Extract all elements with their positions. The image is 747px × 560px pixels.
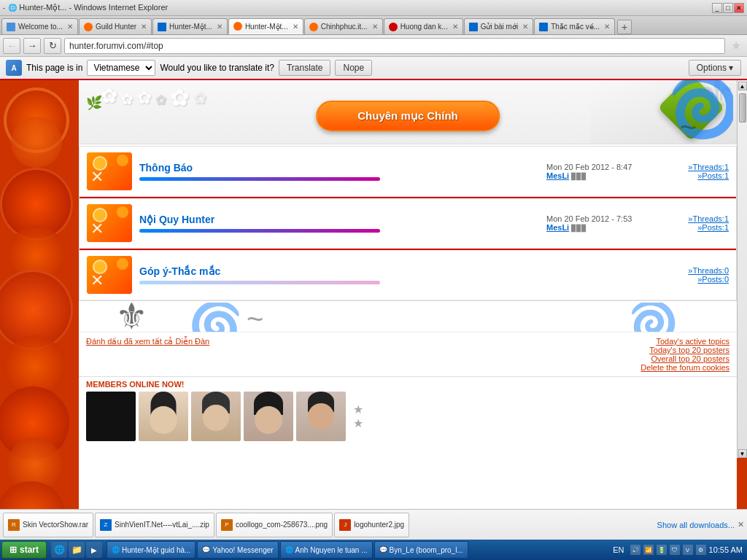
taskbar-item-hunter[interactable]: 🌐 Hunter-Một guid hà...: [107, 541, 196, 559]
tab-thac-mac[interactable]: Thắc mắc về... ✕: [534, 18, 615, 34]
taskbar-system-icons: 🌐 📁 ▶: [48, 542, 105, 558]
tab-close-tm[interactable]: ✕: [604, 23, 610, 31]
delete-cookies-link[interactable]: Delete the forum cookies: [640, 363, 729, 372]
minimize-button[interactable]: _: [712, 3, 722, 13]
forum-icon: ✕: [87, 256, 132, 294]
tab-close-guild[interactable]: ✕: [141, 23, 147, 31]
maximize-button[interactable]: □: [723, 3, 733, 13]
window-buttons[interactable]: _ □ ✕: [712, 3, 744, 13]
language-indicator[interactable]: EN: [610, 545, 627, 554]
tab-close-cp[interactable]: ✕: [372, 23, 378, 31]
forum-header: ⚜ ✿ ✿ ✿ ✿ ✿ ✿ 🌿 🌀: [79, 80, 737, 144]
tab-close-welcome[interactable]: ✕: [67, 23, 73, 31]
tab-favicon: [7, 23, 15, 31]
download-item-1[interactable]: R Skin VectorShow.rar: [3, 513, 93, 537]
members-section: MEMBERS ONLINE NOW!: [79, 376, 737, 446]
tab-hunter1[interactable]: Hunter-Một... ✕: [152, 18, 228, 34]
scroll-down-button[interactable]: ▼: [738, 449, 747, 458]
download-item-3[interactable]: P coollogo_com-258673....png: [216, 513, 333, 537]
folder-icon[interactable]: 📁: [69, 542, 85, 558]
forward-button[interactable]: →: [23, 38, 41, 54]
translate-question: Would you like to translate it?: [160, 63, 274, 73]
download-item-2[interactable]: Z SinhVienIT.Net----vtLai_....zip: [95, 513, 214, 537]
forum-stats-gop-y: »Threads:0 »Posts:0: [670, 266, 729, 284]
forum-progress-bar: [139, 177, 380, 181]
tab-guild-hunter[interactable]: Guild Hunter ✕: [79, 18, 152, 34]
tab-close-h2[interactable]: ✕: [293, 23, 298, 31]
forum-container: ⚜ ✿ ✿ ✿ ✿ ✿ ✿ 🌿 🌀: [79, 80, 737, 509]
start-button[interactable]: ⊞ start: [1, 541, 47, 559]
threads-link[interactable]: »Threads:1: [688, 214, 729, 223]
language-select[interactable]: Vietnamese English French: [87, 60, 155, 76]
posts-link[interactable]: »Posts:0: [697, 275, 729, 284]
tab-close-hd[interactable]: ✕: [452, 23, 458, 31]
scroll-thumb[interactable]: [739, 93, 746, 122]
back-button[interactable]: ←: [3, 38, 20, 54]
translate-button[interactable]: Translate: [279, 60, 331, 76]
taskbar-item-yahoo[interactable]: 💬 Yahoo! Messenger: [197, 541, 278, 559]
mark-all-read-link[interactable]: Đánh dấu đã xem tất cả Diễn Đàn: [86, 337, 209, 346]
download-icon-2: Z: [100, 519, 112, 531]
forum-last-post-user[interactable]: MesLi: [546, 171, 569, 180]
forum-table: ✕ Thông Báo Mon 20 Feb 2012 - 8:47 MesLi…: [79, 146, 737, 301]
posts-link[interactable]: »Posts:1: [697, 223, 729, 232]
main-menu-button[interactable]: Chuyên mục Chính: [316, 101, 500, 131]
tab-label: Gửi bài mới: [481, 23, 518, 31]
favorite-star[interactable]: ★: [728, 39, 744, 52]
navigation-bar: ← → ↻ ★: [0, 35, 747, 57]
download-item-4[interactable]: J logohunter2.jpg: [334, 513, 409, 537]
tab-label: Welcome to...: [18, 23, 63, 31]
overall-top20-link[interactable]: Overall top 20 posters: [640, 354, 729, 363]
translate-bar: A This page is in Vietnamese English Fre…: [0, 57, 747, 80]
new-tab-button[interactable]: +: [617, 20, 632, 34]
tab-hunter2[interactable]: Hunter-Một... ✕: [228, 18, 303, 34]
download-filename-4: logohunter2.jpg: [354, 521, 404, 529]
show-all-downloads[interactable]: Show all downloads... ✕: [657, 520, 744, 529]
download-icon-3: P: [221, 519, 233, 531]
taskbar-item-anh[interactable]: 🌐 Anh Nguyen le tuan ...: [280, 541, 373, 559]
close-button[interactable]: ✕: [734, 3, 744, 13]
page-is-label: This page is in: [26, 63, 82, 73]
windows-logo: ⊞: [9, 545, 17, 555]
forum-row-noi-quy: ✕ Nội Quy Hunter Mon 20 Feb 2012 - 7:53 …: [80, 198, 736, 249]
tab-close-gb[interactable]: ✕: [522, 23, 528, 31]
threads-link[interactable]: »Threads:0: [688, 266, 729, 275]
scrollbar[interactable]: ▲ ▼: [737, 80, 747, 458]
left-decoration: [0, 80, 79, 509]
tab-label: Hunter-Một...: [245, 23, 288, 31]
forum-title-thong-bao[interactable]: Thông Báo: [139, 162, 193, 174]
taskbar-item-byn[interactable]: 💬 Byn_Le (boom_pro_l...: [374, 541, 468, 559]
forum-stats-noi-quy: »Threads:1 »Posts:1: [670, 214, 729, 232]
top20-posters-link[interactable]: Today's top 20 posters: [640, 346, 729, 354]
posts-link[interactable]: »Posts:1: [697, 171, 729, 180]
forum-title-noi-quy[interactable]: Nội Quy Hunter: [139, 214, 214, 225]
forum-stats-thong-bao: »Threads:1 »Posts:1: [670, 163, 729, 180]
member-avatar-4: [244, 392, 293, 441]
scroll-up-button[interactable]: ▲: [738, 82, 747, 90]
tray-icon-4: 🛡: [670, 545, 680, 555]
tab-bar: Welcome to... ✕ Guild Hunter ✕ Hunter-Mộ…: [0, 16, 747, 35]
address-bar[interactable]: [64, 38, 725, 54]
tab-favicon: [539, 23, 548, 31]
tab-huong-dan[interactable]: Huong dan k... ✕: [384, 18, 463, 34]
window-controls: -: [3, 4, 8, 12]
forum-last-post-user[interactable]: MesLi: [546, 223, 569, 232]
forum-title-gop-y[interactable]: Góp ý-Thắc mắc: [139, 265, 220, 277]
tab-close-h1[interactable]: ✕: [217, 23, 222, 31]
nope-button[interactable]: Nope: [335, 60, 372, 76]
refresh-button[interactable]: ↻: [44, 38, 61, 54]
arrow-icon[interactable]: ▶: [86, 542, 102, 558]
forum-icon: ✕: [87, 204, 132, 242]
todays-active-link[interactable]: Today's active topics: [640, 337, 729, 346]
ie-icon[interactable]: 🌐: [51, 542, 67, 558]
member-avatar-5: [296, 392, 346, 441]
taskbar: ⊞ start 🌐 📁 ▶ 🌐 Hunter-Một guid hà... 💬 …: [0, 540, 747, 560]
forum-row-thong-bao: ✕ Thông Báo Mon 20 Feb 2012 - 8:47 MesLi…: [80, 147, 736, 197]
options-button[interactable]: Options ▾: [689, 60, 741, 76]
tab-chinhphuc[interactable]: Chinhphuc.it... ✕: [304, 18, 383, 34]
tab-welcome[interactable]: Welcome to... ✕: [1, 18, 78, 34]
tray-icon-2: 📶: [643, 545, 654, 555]
threads-link[interactable]: »Threads:1: [688, 163, 729, 171]
tab-gui-bai[interactable]: Gửi bài mới ✕: [464, 18, 533, 34]
page-content: ▲ ▼ ⚜ ✿ ✿ ✿ ✿ ✿ ✿: [0, 80, 747, 509]
